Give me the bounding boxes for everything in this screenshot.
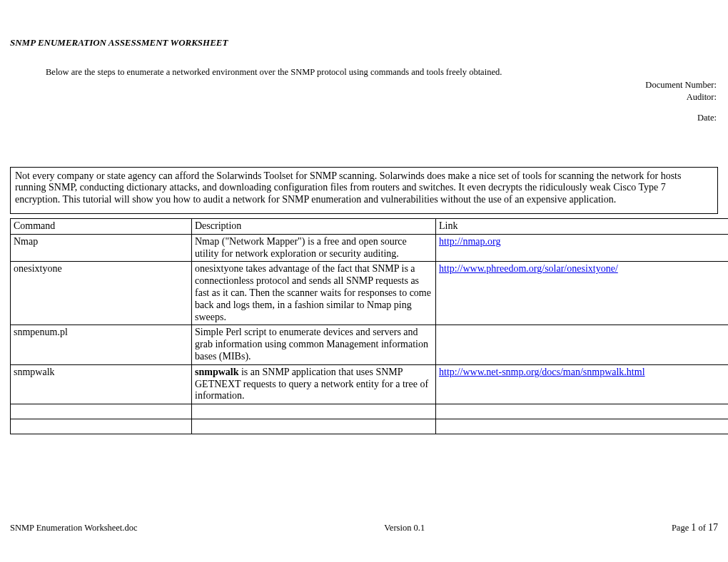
cell-description: Nmap ("Network Mapper") is a free and op…	[192, 234, 436, 262]
desc-bold-prefix: snmpwalk	[195, 367, 238, 377]
cell-description: onesixtyone takes advantage of the fact …	[192, 262, 436, 325]
document-title: SNMP ENUMERATION ASSESSMENT WORKSHEET	[10, 37, 718, 48]
cell-command: onesixtyone	[11, 262, 192, 325]
table-row: snmpwalk snmpwalk is an SNMP application…	[11, 364, 729, 404]
cell-link	[436, 325, 729, 364]
header-command: Command	[11, 219, 192, 235]
cell-command: snmpenum.pl	[11, 325, 192, 364]
cell-description: snmpwalk is an SNMP application that use…	[192, 364, 436, 404]
table-row: snmpenum.pl Simple Perl script to enumer…	[11, 325, 729, 364]
footer-page-prefix: Page	[672, 523, 691, 533]
footer-page-total: 17	[708, 522, 718, 533]
cell-link: http://www.phreedom.org/solar/onesixtyon…	[436, 262, 729, 325]
cell-description: Simple Perl script to enumerate devices …	[192, 325, 436, 364]
cell-link: http://www.net-snmp.org/docs/man/snmpwal…	[436, 364, 729, 404]
footer-version: Version 0.1	[384, 523, 425, 533]
doc-number-label: Document Number:	[10, 79, 717, 91]
table-row: onesixtyone onesixtyone takes advantage …	[11, 262, 729, 325]
commands-table: Command Description Link Appendix Nmap N…	[10, 218, 728, 434]
header-link: Link	[436, 219, 729, 235]
table-header-row: Command Description Link Appendix	[11, 219, 729, 235]
document-subtitle: Below are the steps to enumerate a netwo…	[46, 67, 718, 78]
cell-link: http://nmap.org	[436, 234, 729, 262]
meta-block: Document Number: Auditor: Date:	[10, 79, 717, 124]
intro-paragraph: Not every company or state agency can af…	[10, 167, 718, 214]
header-description: Description	[192, 219, 436, 235]
cell-command: snmpwalk	[11, 364, 192, 404]
footer-filename: SNMP Enumeration Worksheet.doc	[10, 523, 138, 533]
link-onesixtyone[interactable]: http://www.phreedom.org/solar/onesixtyon…	[439, 263, 618, 274]
table-row: Nmap Nmap ("Network Mapper") is a free a…	[11, 234, 729, 262]
footer-page-middle: of	[696, 523, 708, 533]
link-nmap[interactable]: http://nmap.org	[439, 236, 500, 247]
table-row-empty	[11, 419, 729, 434]
date-label: Date:	[10, 112, 717, 124]
cell-command: Nmap	[11, 234, 192, 262]
page-footer: SNMP Enumeration Worksheet.doc Version 0…	[10, 522, 718, 533]
footer-page: Page 1 of 17	[672, 522, 718, 533]
table-row-empty	[11, 404, 729, 419]
auditor-label: Auditor:	[10, 91, 717, 103]
link-snmpwalk[interactable]: http://www.net-snmp.org/docs/man/snmpwal…	[439, 367, 645, 377]
